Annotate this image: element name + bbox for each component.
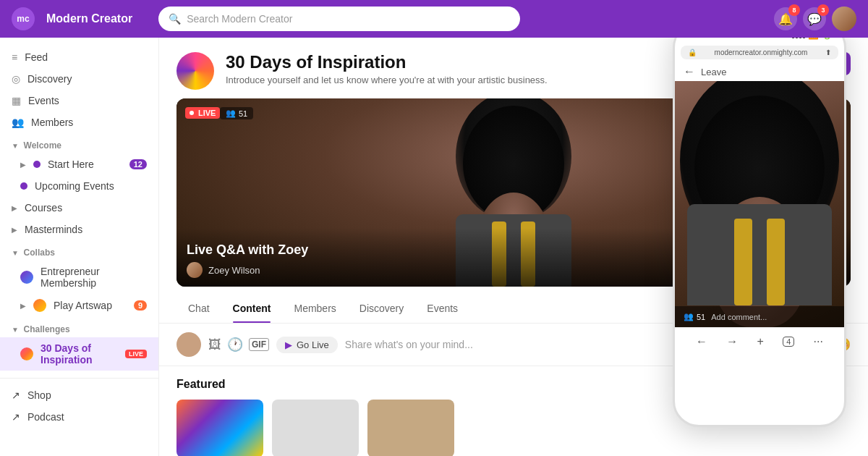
user-avatar[interactable] xyxy=(832,7,856,31)
phone-back-button[interactable]: ← xyxy=(696,335,707,348)
sidebar-label-shop: Shop xyxy=(27,389,51,401)
sidebar-label-podcast: Podcast xyxy=(27,411,64,423)
phone-tabs-button[interactable]: 4 xyxy=(783,337,794,347)
start-here-badge: 12 xyxy=(129,159,147,169)
artswap-badge: 9 xyxy=(134,300,147,311)
live-indicator: LIVE xyxy=(125,350,147,358)
section-welcome: ▼ Welcome xyxy=(0,133,158,153)
shop-icon: ↗ xyxy=(12,389,20,401)
notifications-button-1[interactable]: 🔔 8 xyxy=(774,7,797,30)
live-label: LIVE xyxy=(198,109,216,117)
inspiration-icon xyxy=(20,347,33,360)
sidebar-item-events[interactable]: ▦ Events xyxy=(0,90,158,111)
channel-icon xyxy=(176,52,214,90)
sidebar-label-entrepreneur: Entrepreneur Membership xyxy=(41,266,147,289)
tab-discovery[interactable]: Discovery xyxy=(348,294,415,323)
notifications-button-2[interactable]: 💬 3 xyxy=(803,7,826,30)
tab-members[interactable]: Members xyxy=(282,294,347,323)
discovery-icon: ◎ xyxy=(12,73,20,85)
main-layout: ≡ Feed ◎ Discovery ▦ Events 👥 Members ▼ … xyxy=(0,0,868,456)
viewers-count: 51 xyxy=(239,109,247,118)
phone-viewers-icon: 👥 xyxy=(684,312,694,321)
sidebar-label-members: Members xyxy=(31,117,73,128)
sidebar-item-shop[interactable]: ↗ Shop xyxy=(0,384,158,406)
live-badge: LIVE xyxy=(185,107,220,119)
host-avatar xyxy=(187,262,203,278)
phone-mockup: 9:41 📶 🔋 🔒 moderncreator.onmighty.com ⬆ … xyxy=(673,22,846,427)
sidebar-label-artswap: Play Artswap xyxy=(54,300,112,311)
host-name: Zoey Wilson xyxy=(208,265,260,276)
sidebar: ≡ Feed ◎ Discovery ▦ Events 👥 Members ▼ … xyxy=(0,38,159,456)
share-icon: ⬆ xyxy=(825,48,831,56)
sidebar-item-podcast[interactable]: ↗ Podcast xyxy=(0,406,158,428)
image-button[interactable]: 🖼 xyxy=(208,337,221,352)
sidebar-item-start-here[interactable]: ▶ Start Here 12 xyxy=(0,153,158,175)
tab-events[interactable]: Events xyxy=(415,294,469,323)
upcoming-events-dot xyxy=(20,182,27,190)
collabs-chevron: ▼ xyxy=(12,249,19,257)
phone-viewers: 👥 51 xyxy=(684,312,705,321)
app-header: mc Modern Creator 🔍 Search Modern Creato… xyxy=(0,0,868,38)
feed-icon: ≡ xyxy=(12,51,17,63)
sidebar-item-30-days[interactable]: 30 Days of Inspiration LIVE xyxy=(0,337,158,371)
sidebar-item-feed[interactable]: ≡ Feed xyxy=(0,46,158,68)
search-input[interactable]: Search Modern Creator xyxy=(187,13,292,25)
sidebar-label-discovery: Discovery xyxy=(27,73,72,85)
live-dot xyxy=(190,111,194,115)
sidebar-label-masterminds: Masterminds xyxy=(25,224,82,235)
artswap-expand-icon: ▶ xyxy=(20,302,26,310)
phone-bottom-bar: 👥 51 Add comment... xyxy=(675,306,844,327)
header-actions: 🔔 8 💬 3 xyxy=(774,7,856,31)
post-avatar xyxy=(176,332,201,357)
phone-video: 👥 51 Add comment... xyxy=(675,81,844,327)
sidebar-label-feed: Feed xyxy=(25,51,48,63)
phone-comment-input[interactable]: Add comment... xyxy=(711,313,835,321)
phone-forward-button[interactable]: → xyxy=(726,335,738,348)
search-bar[interactable]: 🔍 Search Modern Creator xyxy=(158,7,520,31)
sidebar-label-courses: Courses xyxy=(25,202,62,214)
tab-chat[interactable]: Chat xyxy=(176,294,221,323)
phone-back-arrow[interactable]: ← xyxy=(684,65,695,78)
masterminds-expand-icon: ▶ xyxy=(12,226,17,234)
phone-url-bar[interactable]: 🔒 moderncreator.onmighty.com ⬆ xyxy=(681,46,838,59)
tab-content[interactable]: Content xyxy=(221,294,283,323)
phone-add-button[interactable]: + xyxy=(757,335,764,348)
search-icon: 🔍 xyxy=(169,13,181,25)
post-actions: 🖼 🕐 GIF xyxy=(208,337,269,352)
gif-button[interactable]: GIF xyxy=(249,338,269,351)
phone-viewers-count: 51 xyxy=(697,313,705,321)
leave-button[interactable]: Leave xyxy=(701,67,726,77)
phone-more-button[interactable]: ··· xyxy=(814,335,823,348)
go-live-button[interactable]: ▶ Go Live xyxy=(276,337,338,353)
courses-expand-icon: ▶ xyxy=(12,204,17,212)
go-live-icon: ▶ xyxy=(285,339,292,350)
featured-card-3[interactable] xyxy=(367,400,454,456)
sidebar-label-upcoming-events: Upcoming Events xyxy=(35,180,114,192)
section-collabs: ▼ Collabs xyxy=(0,240,158,261)
featured-card-2[interactable] xyxy=(272,400,359,456)
go-live-label: Go Live xyxy=(297,339,329,350)
featured-card-1[interactable] xyxy=(176,400,263,456)
viewers-icon: 👥 xyxy=(226,109,236,118)
clock-button[interactable]: 🕐 xyxy=(227,337,243,352)
sidebar-item-upcoming-events[interactable]: Upcoming Events xyxy=(0,175,158,197)
sidebar-item-discovery[interactable]: ◎ Discovery xyxy=(0,68,158,90)
events-icon: ▦ xyxy=(12,95,21,106)
sidebar-item-entrepreneur[interactable]: Entrepreneur Membership xyxy=(0,261,158,294)
phone-browser-toolbar: ← → + 4 ··· xyxy=(675,327,844,355)
expand-icon: ▶ xyxy=(20,161,26,169)
sidebar-item-artswap[interactable]: ▶ Play Artswap 9 xyxy=(0,294,158,317)
app-title: Modern Creator xyxy=(46,12,132,25)
lock-icon: 🔒 xyxy=(688,48,697,56)
app-logo: mc xyxy=(12,7,35,30)
sidebar-item-members[interactable]: 👥 Members xyxy=(0,111,158,133)
podcast-icon: ↗ xyxy=(12,411,20,423)
sidebar-item-masterminds[interactable]: ▶ Masterminds xyxy=(0,219,158,240)
sidebar-item-courses[interactable]: ▶ Courses xyxy=(0,197,158,219)
start-here-dot xyxy=(33,161,41,168)
entrepreneur-icon xyxy=(20,271,33,284)
sidebar-label-events: Events xyxy=(28,95,59,106)
section-challenges: ▼ Challenges xyxy=(0,317,158,337)
sidebar-label-30-days: 30 Days of Inspiration xyxy=(41,342,114,366)
notif-badge-1: 8 xyxy=(788,4,800,16)
